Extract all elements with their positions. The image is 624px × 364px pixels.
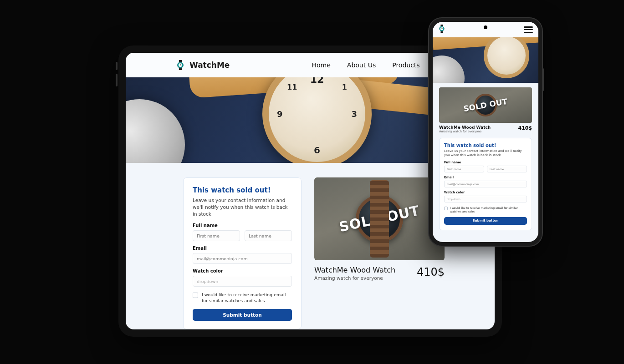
checkbox-label: I would like to receive marketing email … (450, 206, 527, 213)
product-image: SOLD OUT (439, 87, 532, 123)
phone-camera-icon (484, 25, 487, 29)
color-dropdown[interactable]: dropdown (444, 196, 527, 202)
nav-products[interactable]: Products (392, 61, 419, 69)
marketing-checkbox[interactable]: I would like to receive marketing email … (444, 206, 527, 213)
first-name-input[interactable] (193, 230, 240, 241)
form-heading: This watch sold out! (193, 186, 292, 194)
main-nav: Home About Us Products Co (312, 61, 445, 69)
product-subtitle: Amazing watch for everyone (314, 275, 395, 281)
label-fullname: Full name (444, 161, 527, 164)
brand-name: WatchMe (189, 61, 230, 70)
product-image: SOLD OUT (314, 177, 445, 260)
checkbox-icon (193, 293, 198, 298)
label-email: Email (193, 246, 292, 251)
brand[interactable]: WatchMe (176, 60, 230, 70)
product-price: 410$ (518, 125, 532, 133)
notify-form: This watch sold out! Leave us your conta… (439, 138, 532, 230)
first-name-input[interactable] (444, 166, 484, 172)
svg-rect-7 (440, 31, 443, 33)
form-lead: Leave us your contact information and we… (444, 149, 527, 157)
svg-rect-6 (440, 25, 443, 26)
form-lead: Leave us your contact information and we… (193, 197, 292, 218)
hamburger-menu-icon[interactable] (524, 26, 533, 33)
phone-device: SOLD OUT WatchMe Wood Watch Amazing watc… (428, 17, 543, 247)
brand[interactable] (438, 25, 445, 35)
form-heading: This watch sold out! (444, 143, 527, 148)
product-title: WatchMe Wood Watch (439, 125, 491, 130)
product-card: SOLD OUT WatchMe Wood Watch Amazing watc… (314, 177, 445, 329)
label-email: Email (444, 176, 527, 179)
watch-logo-icon (438, 25, 445, 33)
submit-button[interactable]: Submit button (444, 217, 527, 225)
email-input[interactable] (444, 181, 527, 187)
sold-out-badge: SOLD OUT (338, 202, 421, 235)
checkbox-icon (444, 207, 448, 210)
product-subtitle: Amazing watch for everyone (439, 130, 491, 133)
last-name-input[interactable] (487, 166, 527, 172)
notify-form: This watch sold out! Leave us your conta… (183, 177, 302, 329)
sold-out-badge: SOLD OUT (463, 97, 508, 114)
svg-rect-1 (179, 68, 182, 70)
marketing-checkbox[interactable]: I would like to receive marketing email … (193, 292, 292, 303)
watch-logo-icon (176, 60, 185, 70)
submit-button[interactable]: Submit button (193, 309, 292, 321)
product-title: WatchMe Wood Watch (314, 266, 395, 274)
hero-image (433, 37, 538, 83)
label-color: Watch color (193, 268, 292, 273)
label-fullname: Full name (193, 223, 292, 228)
last-name-input[interactable] (245, 230, 292, 241)
svg-rect-0 (179, 60, 182, 62)
email-input[interactable] (193, 253, 292, 264)
phone-header (433, 22, 538, 37)
color-dropdown[interactable]: dropdown (193, 276, 292, 287)
checkbox-label: I would like to receive marketing email … (202, 292, 292, 303)
nav-about[interactable]: About Us (347, 61, 376, 69)
label-color: Watch color (444, 191, 527, 194)
phone-content: SOLD OUT WatchMe Wood Watch Amazing watc… (433, 83, 538, 242)
nav-home[interactable]: Home (312, 61, 330, 69)
product-price: 410$ (417, 266, 445, 278)
phone-screen: SOLD OUT WatchMe Wood Watch Amazing watc… (433, 22, 538, 242)
